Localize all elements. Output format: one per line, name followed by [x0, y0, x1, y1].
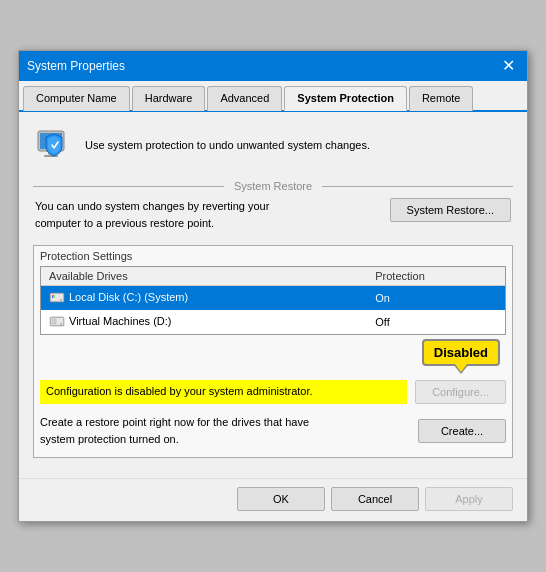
- tab-advanced[interactable]: Advanced: [207, 86, 282, 111]
- col-protection: Protection: [367, 267, 505, 286]
- drive-protection-status: On: [367, 286, 505, 311]
- icon-svg: [34, 125, 74, 165]
- drive-icon-vm: [49, 313, 65, 329]
- drives-table-body: Local Disk (C:) (System) On: [41, 286, 505, 335]
- drives-table: Available Drives Protection: [41, 267, 505, 334]
- info-banner-text: Use system protection to undo unwanted s…: [85, 139, 370, 151]
- tab-hardware[interactable]: Hardware: [132, 86, 206, 111]
- svg-point-12: [60, 299, 62, 301]
- system-restore-label: System Restore: [33, 180, 513, 192]
- info-banner: Use system protection to undo unwanted s…: [33, 124, 513, 166]
- svg-rect-9: [54, 295, 55, 296]
- configure-button[interactable]: Configure...: [415, 380, 506, 404]
- svg-rect-8: [52, 295, 53, 296]
- tab-bar: Computer Name Hardware Advanced System P…: [19, 81, 527, 112]
- restore-row: You can undo system changes by reverting…: [33, 198, 513, 231]
- drives-table-container: Available Drives Protection: [40, 266, 506, 335]
- create-button[interactable]: Create...: [418, 419, 506, 443]
- tab-system-protection[interactable]: System Protection: [284, 86, 407, 111]
- system-protection-icon: [33, 124, 75, 166]
- tab-computer-name[interactable]: Computer Name: [23, 86, 130, 111]
- apply-button[interactable]: Apply: [425, 487, 513, 511]
- system-restore-label-text: System Restore: [228, 180, 318, 192]
- system-properties-window: System Properties ✕ Computer Name Hardwa…: [18, 50, 528, 522]
- tab-content: Use system protection to undo unwanted s…: [19, 112, 527, 474]
- system-restore-section: System Restore You can undo system chang…: [33, 180, 513, 231]
- create-row: Create a restore point right now for the…: [40, 408, 506, 451]
- window-title: System Properties: [27, 59, 125, 73]
- tab-remote[interactable]: Remote: [409, 86, 474, 111]
- title-bar: System Properties ✕: [19, 51, 527, 81]
- cancel-button[interactable]: Cancel: [331, 487, 419, 511]
- drive-name: Virtual Machines (D:): [41, 310, 367, 334]
- svg-rect-10: [52, 297, 53, 298]
- protection-settings-title: Protection Settings: [40, 250, 506, 262]
- drive-icon: [49, 289, 65, 305]
- drive-protection-status: Off: [367, 310, 505, 334]
- drive-name: Local Disk (C:) (System): [41, 286, 367, 311]
- config-row: Configuration is disabled by your system…: [40, 376, 506, 408]
- close-button[interactable]: ✕: [498, 58, 519, 74]
- protection-settings-group: Protection Settings Available Drives Pro…: [33, 245, 513, 458]
- disabled-badge: Disabled: [422, 339, 500, 366]
- ok-button[interactable]: OK: [237, 487, 325, 511]
- drives-table-header: Available Drives Protection: [41, 267, 505, 286]
- drives-table-header-row: Available Drives Protection: [41, 267, 505, 286]
- col-drives: Available Drives: [41, 267, 367, 286]
- table-row[interactable]: Local Disk (C:) (System) On: [41, 286, 505, 311]
- config-warning: Configuration is disabled by your system…: [40, 380, 407, 403]
- svg-point-16: [60, 323, 62, 325]
- disabled-tooltip-area: Disabled: [40, 335, 506, 370]
- svg-rect-15: [52, 319, 56, 324]
- svg-rect-11: [54, 297, 55, 298]
- table-row[interactable]: Virtual Machines (D:) Off: [41, 310, 505, 334]
- footer-buttons: OK Cancel Apply: [19, 478, 527, 521]
- system-restore-button[interactable]: System Restore...: [390, 198, 511, 222]
- create-description: Create a restore point right now for the…: [40, 414, 330, 447]
- restore-description: You can undo system changes by reverting…: [35, 198, 275, 231]
